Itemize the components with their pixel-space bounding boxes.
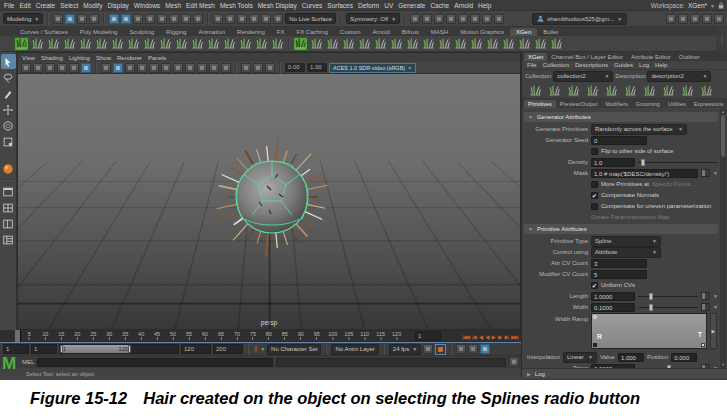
snap-point-icon[interactable] (133, 14, 143, 24)
place-guide-icon[interactable] (110, 37, 125, 51)
ipr-render-icon[interactable] (434, 14, 444, 24)
tab-xgen[interactable]: XGen (524, 53, 547, 61)
isolate-select-icon[interactable] (241, 63, 251, 73)
tab-attribute-editor[interactable]: Attribute Editor (627, 53, 675, 61)
menu-surfaces[interactable]: Surfaces (327, 2, 353, 9)
image-plane-icon[interactable] (57, 63, 67, 73)
guide-density-icon[interactable] (126, 37, 141, 51)
move-tool[interactable] (1, 102, 16, 117)
menu-lighting[interactable]: Lighting (69, 55, 90, 61)
rotate-tool[interactable] (1, 118, 16, 133)
menu-curves[interactable]: Curves (302, 2, 323, 9)
create-parameterization-map-button[interactable]: Create Parameterization Map (591, 214, 669, 220)
tool-settings-toggle-icon[interactable] (714, 14, 724, 24)
select-hierarchy-icon[interactable] (53, 14, 63, 24)
open-render-view-icon[interactable] (410, 14, 420, 24)
noise-modifier-icon[interactable] (238, 37, 253, 51)
tab-bullet[interactable]: Bullet (537, 28, 564, 36)
attr-cv-count-field[interactable]: 3 (591, 259, 647, 268)
collection-selector[interactable]: collection2▼ (553, 71, 613, 82)
mute-sound-icon[interactable] (456, 344, 466, 354)
command-language-toggle[interactable]: MEL (22, 359, 34, 365)
menu-set-selector[interactable]: Modeling▼ (3, 13, 43, 24)
grass-patch-icon[interactable] (517, 37, 532, 51)
list-input-operations-icon[interactable] (273, 14, 283, 24)
menu-show[interactable]: Show (96, 55, 111, 61)
taper-slider[interactable] (638, 364, 698, 369)
camera-attributes-icon[interactable] (33, 63, 43, 73)
menu-deform[interactable]: Deform (358, 2, 379, 9)
viewport-3d[interactable]: persp (18, 74, 520, 329)
modifier-cv-count-field[interactable]: 5 (591, 270, 647, 279)
add-guides-icon[interactable] (604, 83, 619, 97)
textured-icon[interactable] (125, 63, 135, 73)
width-slider[interactable] (638, 303, 698, 312)
section-primitive-attributes[interactable]: ▼Primitive Attributes (524, 224, 718, 234)
menu-shading[interactable]: Shading (41, 55, 63, 61)
tab-sculpting[interactable]: Sculpting (123, 28, 160, 36)
edit-guides-icon[interactable] (566, 83, 581, 97)
groom-preset-icon[interactable] (549, 37, 564, 51)
step-back-frame-button[interactable]: |◀ (471, 334, 477, 340)
workspace-selector[interactable]: XGen* (688, 2, 707, 9)
tab-bifrost[interactable]: Bifrost (396, 28, 425, 36)
animation-end-field[interactable]: 120 (181, 344, 211, 354)
description-selector[interactable]: description2▼ (647, 71, 711, 82)
section-generator-attributes[interactable]: ▼Generator Attributes (524, 112, 718, 122)
lock-selection-icon[interactable] (181, 14, 191, 24)
width-field[interactable]: 0.1000 (591, 303, 635, 312)
menu-guides[interactable]: Guides (614, 62, 633, 68)
select-object-icon[interactable] (65, 14, 75, 24)
tab-fx[interactable]: FX (271, 28, 291, 36)
map-icon[interactable] (701, 364, 710, 368)
step-forward-frame-button[interactable]: ▶| (503, 334, 509, 340)
time-slider[interactable]: 5101520253035404550556065707580859095100… (0, 330, 521, 343)
chevron-down-icon[interactable]: ▼ (710, 3, 715, 9)
taper-field[interactable]: 0.0000 (591, 364, 635, 369)
range-slider[interactable]: 1120 (59, 344, 179, 354)
play-forwards-button[interactable]: ▶ (491, 334, 496, 340)
snap-grid-icon[interactable] (109, 14, 119, 24)
menu-descriptions[interactable]: Descriptions (575, 62, 608, 68)
tab-primitives[interactable]: Primitives (524, 100, 556, 108)
menu-display[interactable]: Display (107, 2, 128, 9)
noise-brush-icon[interactable] (405, 37, 420, 51)
character-set-selector[interactable]: No Character Set (267, 344, 321, 355)
no-live-surface-field[interactable]: No Live Surface (285, 13, 336, 24)
menu-view[interactable]: View (22, 55, 35, 61)
outliner-pane-layout-button[interactable] (1, 232, 16, 247)
command-input[interactable] (37, 358, 273, 367)
menu-mesh-display[interactable]: Mesh Display (258, 2, 297, 9)
menu-modify[interactable]: Modify (83, 2, 102, 9)
account-menu[interactable]: shambhudous525@gm...▼ (532, 13, 627, 25)
construction-history-icon[interactable] (237, 14, 247, 24)
menu-mesh-tools[interactable]: Mesh Tools (220, 2, 253, 9)
step-forward-key-button[interactable]: |▶ (497, 334, 503, 340)
lock-icon[interactable] (718, 2, 724, 9)
menu-renderer[interactable]: Renderer (117, 55, 142, 61)
animation-preferences-icon[interactable] (468, 344, 478, 354)
tab-fx-caching[interactable]: FX Caching (290, 28, 333, 36)
interpolation-selector[interactable]: Linear▼ (563, 352, 597, 363)
render-settings-icon[interactable] (446, 14, 456, 24)
linear-wire-icon[interactable] (485, 37, 500, 51)
more-primitives-checkbox[interactable] (591, 181, 598, 188)
go-to-start-button[interactable]: |◀◀ (461, 334, 470, 340)
bake-guides-icon[interactable] (254, 37, 269, 51)
menu-file[interactable]: File (4, 2, 14, 9)
mask-field[interactable]: 1.0 # map('$DESC/density/') (591, 169, 698, 178)
current-frame-field[interactable]: 1 (415, 331, 441, 341)
ramp-value-field[interactable]: 1.000 (618, 353, 644, 362)
guide-plant-icon-1[interactable] (623, 83, 638, 97)
menu-panels[interactable]: Panels (148, 55, 166, 61)
character-set-key-icon[interactable]: ⚷ (253, 345, 258, 353)
menu-file[interactable]: File (527, 62, 537, 68)
create-description-icon[interactable] (46, 37, 61, 51)
convert-groom-icon[interactable] (469, 37, 484, 51)
snap-projected-center-icon[interactable] (145, 14, 155, 24)
length-slider[interactable] (638, 292, 698, 301)
tab-motion-graphics[interactable]: Motion Graphics (454, 28, 510, 36)
freeze-brush-icon[interactable] (421, 37, 436, 51)
select-highlight-icon[interactable] (89, 14, 99, 24)
specify-points-button[interactable]: Specify Points... (652, 181, 695, 187)
